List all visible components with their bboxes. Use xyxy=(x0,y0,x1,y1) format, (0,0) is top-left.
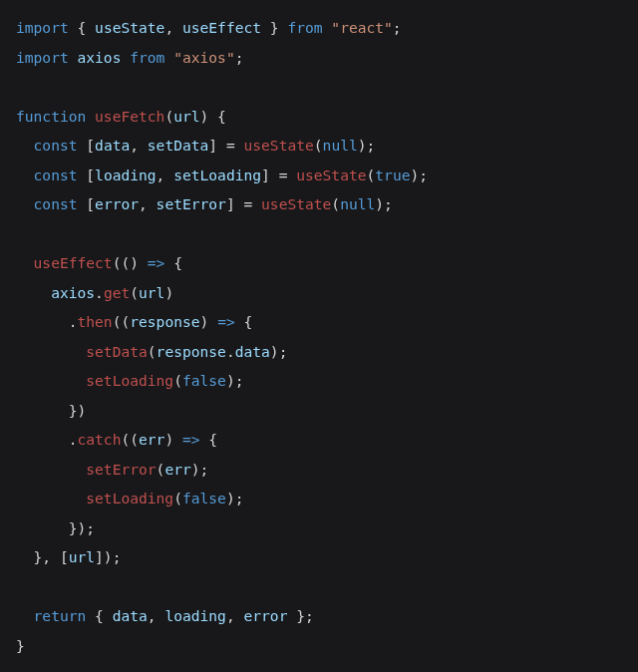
code-token: ( xyxy=(314,137,323,154)
code-token: ; xyxy=(393,19,402,36)
code-token: ( xyxy=(173,372,182,389)
code-token: ( xyxy=(130,284,139,301)
code-token: ; xyxy=(235,49,244,66)
code-token: error xyxy=(244,607,288,624)
code-token: setLoading xyxy=(173,167,261,183)
code-token: useState xyxy=(261,195,331,212)
code-token: setLoading xyxy=(86,372,173,389)
code-token: err xyxy=(164,461,190,478)
code-token: ) xyxy=(164,284,173,301)
code-token: loading xyxy=(164,607,226,624)
code-token xyxy=(16,490,86,506)
code-token: response xyxy=(157,343,226,360)
code-token: const xyxy=(34,195,87,212)
code-token: useFetch xyxy=(95,108,164,125)
code-token: }; xyxy=(287,607,313,624)
code-token: } xyxy=(261,19,279,36)
code-token: ) xyxy=(164,431,182,448)
code-token: from xyxy=(279,19,332,36)
code-token: } xyxy=(16,637,25,654)
code-line: .catch((err) => { xyxy=(16,431,217,448)
code-token: "axios" xyxy=(173,49,235,66)
code-token: false xyxy=(182,490,226,506)
code-line: const [error, setError] = useState(null)… xyxy=(16,195,393,212)
code-token: from xyxy=(121,49,173,66)
code-token: . xyxy=(16,431,78,448)
code-token: import xyxy=(16,49,78,66)
code-token: setLoading xyxy=(86,490,173,506)
code-token: , xyxy=(148,607,165,624)
code-token: ); xyxy=(191,461,209,478)
code-token: ( xyxy=(331,195,340,212)
code-token: ( xyxy=(164,108,173,125)
code-line: function useFetch(url) { xyxy=(16,108,226,125)
code-token xyxy=(16,167,34,183)
code-line: }); xyxy=(16,519,95,536)
code-token: ] = xyxy=(208,137,243,154)
code-token: url xyxy=(69,548,95,565)
code-line: return { data, loading, error }; xyxy=(16,607,314,624)
code-block: import { useState, useEffect } from "rea… xyxy=(0,0,638,672)
code-token: useEffect xyxy=(34,254,113,271)
code-token: null xyxy=(323,137,358,154)
code-token: get xyxy=(104,284,130,301)
code-token: error xyxy=(95,195,139,212)
code-line: useEffect(() => { xyxy=(16,254,182,271)
code-token: url xyxy=(173,108,199,125)
code-token xyxy=(16,195,34,212)
code-token: return xyxy=(34,607,96,624)
code-token: ]); xyxy=(95,548,121,565)
code-token: , xyxy=(139,195,157,212)
code-token: setError xyxy=(157,195,226,212)
code-line: axios.get(url) xyxy=(16,284,173,301)
code-token xyxy=(16,284,51,301)
code-token: useState xyxy=(95,19,164,36)
code-token: , xyxy=(226,607,244,624)
code-line: }, [url]); xyxy=(16,548,121,565)
code-token: }, [ xyxy=(16,548,69,565)
code-token: then xyxy=(78,313,113,330)
code-token: [ xyxy=(86,137,95,154)
code-token: { xyxy=(164,254,182,271)
code-token: ); xyxy=(226,372,244,389)
code-token: . xyxy=(16,313,78,330)
code-content: import { useState, useEffect } from "rea… xyxy=(16,19,428,672)
code-token: { xyxy=(95,607,113,624)
code-token: const xyxy=(34,137,87,154)
code-token: data xyxy=(113,607,148,624)
code-token: => xyxy=(182,431,200,448)
code-line: import axios from "axios"; xyxy=(16,49,243,66)
code-line: } xyxy=(16,637,25,654)
code-token xyxy=(16,607,34,624)
code-line: setData(response.data); xyxy=(16,343,287,360)
code-line: const [data, setData] = useState(null); xyxy=(16,137,375,154)
code-token: }); xyxy=(16,519,95,536)
code-token: , xyxy=(164,19,182,36)
code-token: (( xyxy=(113,313,131,330)
code-line: const [loading, setLoading] = useState(t… xyxy=(16,167,428,183)
code-token: data xyxy=(235,343,270,360)
code-token: ( xyxy=(367,167,376,183)
code-token: setError xyxy=(86,461,156,478)
code-token: . xyxy=(226,343,235,360)
code-token: null xyxy=(340,195,375,212)
code-token: axios xyxy=(51,284,95,301)
code-token: import xyxy=(16,19,78,36)
code-token: ); xyxy=(410,167,428,183)
code-token: [ xyxy=(86,195,95,212)
code-line: setError(err); xyxy=(16,461,208,478)
code-line: setLoading(false); xyxy=(16,372,243,389)
code-line: setLoading(false); xyxy=(16,490,243,506)
code-token: axios xyxy=(78,49,122,66)
code-token: ); xyxy=(270,343,288,360)
code-token: function xyxy=(16,108,95,125)
code-token: . xyxy=(95,284,104,301)
code-token: useState xyxy=(244,137,314,154)
code-token: { xyxy=(200,431,218,448)
code-token xyxy=(16,372,86,389)
code-token: ( xyxy=(148,343,157,360)
code-token: setData xyxy=(148,137,209,154)
code-token: => xyxy=(148,254,165,271)
code-token: setData xyxy=(86,343,148,360)
code-token: , xyxy=(157,167,174,183)
